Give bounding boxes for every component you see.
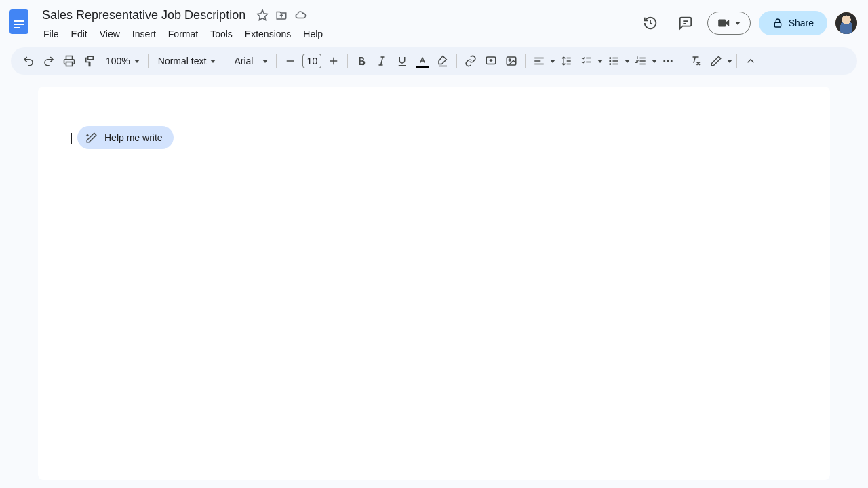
separator bbox=[456, 54, 457, 68]
editing-mode-dropdown[interactable] bbox=[707, 52, 732, 70]
separator bbox=[148, 54, 149, 68]
header-right: Share bbox=[637, 5, 857, 37]
svg-rect-14 bbox=[613, 60, 618, 62]
decrease-font-button[interactable] bbox=[281, 52, 300, 70]
increase-font-button[interactable] bbox=[324, 52, 343, 70]
checklist-dropdown[interactable] bbox=[577, 52, 603, 70]
style-value: Normal text bbox=[158, 56, 207, 66]
align-icon bbox=[530, 52, 549, 70]
separator bbox=[347, 54, 348, 68]
chevron-down-icon bbox=[727, 60, 732, 63]
menu-insert[interactable]: Insert bbox=[127, 26, 161, 42]
svg-rect-6 bbox=[66, 62, 73, 66]
chevron-down-icon bbox=[735, 22, 741, 25]
help-me-write-chip[interactable]: Help me write bbox=[77, 126, 174, 149]
insert-image-button[interactable] bbox=[502, 52, 521, 70]
separator bbox=[736, 54, 737, 68]
svg-point-11 bbox=[610, 60, 612, 62]
zoom-dropdown[interactable]: 100% bbox=[100, 52, 144, 70]
font-size-input[interactable] bbox=[302, 54, 321, 68]
menu-edit[interactable]: Edit bbox=[66, 26, 93, 42]
bullet-list-icon bbox=[604, 52, 623, 70]
add-comment-button[interactable] bbox=[481, 52, 500, 70]
menu-view[interactable]: View bbox=[94, 26, 125, 42]
numbered-list-dropdown[interactable] bbox=[631, 52, 657, 70]
history-icon[interactable] bbox=[637, 9, 664, 37]
svg-rect-15 bbox=[613, 64, 618, 65]
title-row: Sales Representative Job Description bbox=[38, 5, 631, 24]
chevron-down-icon bbox=[134, 60, 140, 63]
svg-point-9 bbox=[509, 59, 511, 61]
bullet-list-dropdown[interactable] bbox=[604, 52, 630, 70]
toolbar-container: 100% Normal text Arial bbox=[0, 42, 868, 75]
chevron-down-icon bbox=[652, 60, 657, 63]
svg-point-16 bbox=[664, 60, 666, 62]
print-button[interactable] bbox=[60, 52, 79, 70]
chevron-down-icon bbox=[210, 60, 216, 63]
move-icon[interactable] bbox=[275, 9, 288, 21]
chevron-down-icon bbox=[625, 60, 630, 63]
separator bbox=[525, 54, 526, 68]
italic-button[interactable] bbox=[372, 52, 391, 70]
font-size-group bbox=[281, 52, 343, 70]
more-options-button[interactable] bbox=[658, 52, 677, 70]
font-value: Arial bbox=[234, 56, 253, 66]
svg-point-10 bbox=[610, 57, 612, 59]
separator bbox=[682, 54, 682, 68]
separator bbox=[276, 54, 277, 68]
underline-button[interactable] bbox=[393, 52, 412, 70]
svg-rect-5 bbox=[774, 22, 781, 27]
chevron-down-icon bbox=[262, 60, 268, 63]
chevron-down-icon bbox=[550, 60, 555, 63]
undo-button[interactable] bbox=[19, 52, 38, 70]
font-dropdown[interactable]: Arial bbox=[229, 52, 272, 70]
bold-button[interactable] bbox=[352, 52, 371, 70]
svg-point-17 bbox=[667, 60, 669, 62]
menu-tools[interactable]: Tools bbox=[205, 26, 238, 42]
svg-rect-4 bbox=[718, 19, 726, 26]
toolbar: 100% Normal text Arial bbox=[11, 47, 857, 75]
svg-point-12 bbox=[610, 63, 612, 65]
checklist-icon bbox=[577, 52, 596, 70]
menu-extensions[interactable]: Extensions bbox=[239, 26, 296, 42]
svg-rect-1 bbox=[14, 20, 24, 22]
menu-help[interactable]: Help bbox=[298, 26, 328, 42]
app-header: Sales Representative Job Description Fil… bbox=[0, 0, 868, 42]
document-page[interactable]: Help me write bbox=[38, 87, 830, 480]
document-title[interactable]: Sales Representative Job Description bbox=[38, 7, 250, 24]
comments-icon[interactable] bbox=[672, 9, 699, 37]
align-dropdown[interactable] bbox=[530, 52, 555, 70]
document-canvas: Help me write bbox=[0, 75, 868, 480]
insert-link-button[interactable] bbox=[461, 52, 480, 70]
highlight-button[interactable] bbox=[433, 52, 452, 70]
pencil-icon bbox=[707, 52, 726, 70]
redo-button[interactable] bbox=[39, 52, 58, 70]
share-label: Share bbox=[789, 18, 814, 28]
meet-button[interactable] bbox=[707, 12, 751, 35]
pencil-sparkle-icon bbox=[85, 131, 98, 144]
clear-formatting-button[interactable] bbox=[686, 52, 705, 70]
zoom-value: 100% bbox=[106, 56, 130, 66]
cloud-saved-icon[interactable] bbox=[294, 9, 307, 21]
menu-file[interactable]: File bbox=[38, 26, 64, 42]
text-color-bar bbox=[416, 66, 429, 68]
numbered-list-icon bbox=[631, 52, 650, 70]
text-cursor bbox=[71, 133, 72, 144]
separator bbox=[224, 54, 224, 68]
paragraph-style-dropdown[interactable]: Normal text bbox=[153, 52, 220, 70]
paint-format-button[interactable] bbox=[80, 52, 99, 70]
docs-logo-icon[interactable] bbox=[5, 8, 33, 35]
account-avatar[interactable] bbox=[835, 12, 857, 34]
chevron-down-icon bbox=[597, 60, 603, 63]
menu-format[interactable]: Format bbox=[163, 26, 203, 42]
svg-rect-3 bbox=[14, 27, 20, 28]
help-me-write-label: Help me write bbox=[104, 132, 163, 143]
collapse-toolbar-button[interactable] bbox=[741, 52, 760, 70]
share-button[interactable]: Share bbox=[759, 11, 827, 35]
text-color-button[interactable] bbox=[413, 52, 432, 70]
menu-bar: File Edit View Insert Format Tools Exten… bbox=[38, 26, 631, 42]
star-icon[interactable] bbox=[256, 9, 269, 21]
svg-rect-13 bbox=[613, 58, 618, 59]
title-area: Sales Representative Job Description Fil… bbox=[38, 5, 631, 42]
line-spacing-button[interactable] bbox=[557, 52, 576, 70]
